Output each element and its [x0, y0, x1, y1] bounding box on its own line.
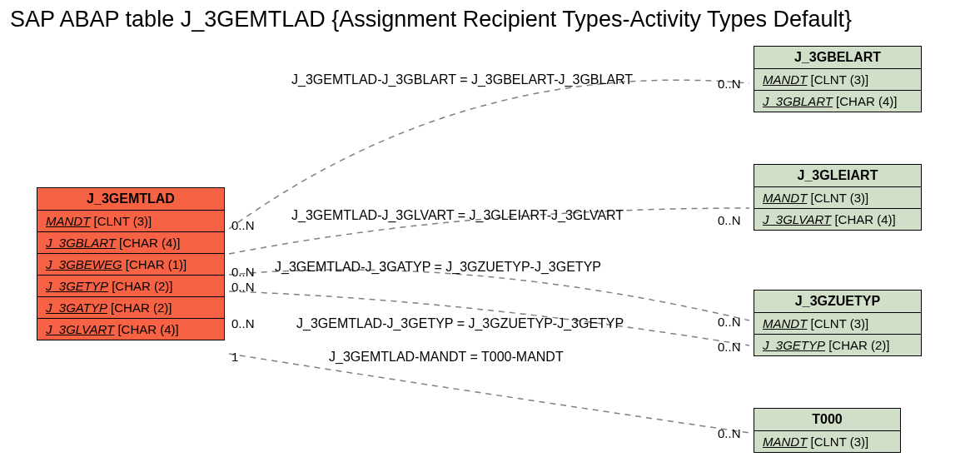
- field-type: [CHAR (4)]: [114, 322, 179, 336]
- edge-label: J_3GEMTLAD-J_3GBLART = J_3GBELART-J_3GBL…: [291, 72, 633, 87]
- cardinality: 1: [231, 350, 238, 364]
- cardinality: 0..N: [231, 265, 255, 279]
- field-key: J_3GETYP: [763, 338, 825, 352]
- field-type: [CHAR (4)]: [116, 236, 181, 250]
- field-key: J_3GLVART: [46, 322, 114, 336]
- field-type: [CHAR (2)]: [108, 279, 173, 293]
- field-row: J_3GBLART [CHAR (4)]: [754, 91, 921, 112]
- entity-header: J_3GBELART: [754, 47, 921, 69]
- entity-header: J_3GEMTLAD: [37, 188, 224, 211]
- field-row: J_3GATYP [CHAR (2)]: [37, 297, 224, 319]
- edge-label: J_3GEMTLAD-J_3GATYP = J_3GZUETYP-J_3GETY…: [275, 260, 601, 275]
- field-row: J_3GBEWEG [CHAR (1)]: [37, 254, 224, 276]
- entity-header: T000: [754, 409, 900, 431]
- field-type: [CLNT (3)]: [90, 214, 152, 228]
- field-key: MANDT: [763, 316, 807, 330]
- field-type: [CLNT (3)]: [807, 191, 868, 205]
- entity-j3gbelart: J_3GBELART MANDT [CLNT (3)] J_3GBLART [C…: [754, 46, 922, 112]
- field-key: MANDT: [46, 214, 90, 228]
- field-type: [CHAR (4)]: [831, 212, 896, 226]
- field-type: [CLNT (3)]: [807, 72, 868, 87]
- field-key: MANDT: [763, 191, 807, 205]
- field-key: J_3GBLART: [763, 94, 833, 108]
- entity-header: J_3GLEIART: [754, 165, 921, 187]
- field-row: J_3GLVART [CHAR (4)]: [37, 319, 224, 340]
- field-key: MANDT: [763, 435, 807, 449]
- field-row: J_3GLVART [CHAR (4)]: [754, 209, 921, 230]
- cardinality: 0..N: [718, 340, 741, 354]
- field-row: MANDT [CLNT (3)]: [754, 313, 921, 335]
- field-row: MANDT [CLNT (3)]: [37, 211, 224, 232]
- field-row: J_3GETYP [CHAR (2)]: [754, 335, 921, 355]
- edge-label: J_3GEMTLAD-MANDT = T000-MANDT: [329, 350, 564, 365]
- field-key: J_3GATYP: [46, 301, 107, 315]
- entity-j3gemtlad: J_3GEMTLAD MANDT [CLNT (3)] J_3GBLART [C…: [37, 187, 225, 340]
- cardinality: 0..N: [231, 280, 255, 294]
- cardinality: 0..N: [718, 213, 741, 227]
- cardinality: 0..N: [231, 218, 255, 232]
- field-row: MANDT [CLNT (3)]: [754, 187, 921, 209]
- field-key: MANDT: [763, 72, 807, 87]
- field-type: [CLNT (3)]: [807, 316, 868, 330]
- field-type: [CLNT (3)]: [807, 435, 868, 449]
- field-row: MANDT [CLNT (3)]: [754, 431, 900, 452]
- field-key: J_3GBLART: [46, 236, 116, 250]
- entity-header: J_3GZUETYP: [754, 291, 921, 313]
- edge-label: J_3GEMTLAD-J_3GETYP = J_3GZUETYP-J_3GETY…: [296, 316, 624, 331]
- entity-t000: T000 MANDT [CLNT (3)]: [754, 408, 901, 453]
- field-key: J_3GBEWEG: [46, 257, 122, 271]
- page-title: SAP ABAP table J_3GEMTLAD {Assignment Re…: [10, 7, 852, 32]
- entity-j3gzuetyp: J_3GZUETYP MANDT [CLNT (3)] J_3GETYP [CH…: [754, 290, 922, 356]
- field-type: [CHAR (4)]: [833, 94, 898, 108]
- cardinality: 0..N: [718, 426, 741, 440]
- cardinality: 0..N: [231, 316, 255, 330]
- entity-j3gleiart: J_3GLEIART MANDT [CLNT (3)] J_3GLVART [C…: [754, 164, 922, 231]
- field-type: [CHAR (2)]: [825, 338, 890, 352]
- cardinality: 0..N: [718, 315, 741, 329]
- field-type: [CHAR (2)]: [107, 301, 172, 315]
- field-type: [CHAR (1)]: [122, 257, 187, 271]
- field-key: J_3GLVART: [763, 212, 831, 226]
- field-row: MANDT [CLNT (3)]: [754, 69, 921, 91]
- field-row: J_3GBLART [CHAR (4)]: [37, 232, 224, 254]
- cardinality: 0..N: [718, 77, 741, 91]
- field-key: J_3GETYP: [46, 279, 108, 293]
- edge-label: J_3GEMTLAD-J_3GLVART = J_3GLEIART-J_3GLV…: [291, 208, 624, 223]
- field-row: J_3GETYP [CHAR (2)]: [37, 276, 224, 297]
